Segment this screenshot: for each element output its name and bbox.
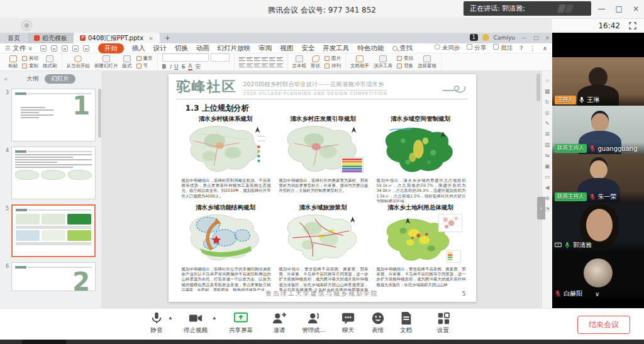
slide-thumbnail-5-selected[interactable]	[11, 204, 96, 257]
wps-tab-document[interactable]: P 0408汇报PPT.pptx ×	[74, 33, 160, 43]
rail-target-icon[interactable]: ◎	[545, 109, 549, 116]
more-icon[interactable]: ⋮	[530, 45, 536, 52]
minimize-button[interactable]: —	[598, 4, 606, 14]
selection-pane-button[interactable]: 选择窗格	[418, 55, 436, 69]
mic-options-caret[interactable]: ▲	[169, 315, 172, 319]
text-effect-button[interactable]: 安	[196, 63, 201, 71]
menu-devtools[interactable]: 开发工具	[323, 44, 349, 53]
rail-copy-icon[interactable]: ▦	[545, 88, 550, 94]
canvas-scrollbar[interactable]	[536, 74, 540, 101]
chat-button[interactable]: 聊天	[341, 311, 356, 335]
os-taskbar[interactable]	[0, 340, 644, 344]
reset-button[interactable]: 重置	[136, 55, 153, 62]
slide-thumbnail-6[interactable]: 2	[11, 262, 96, 291]
menu-view[interactable]: 视图	[280, 44, 293, 53]
doc-assistant-button[interactable]: 文档助手	[350, 55, 369, 69]
wps-tab-docer[interactable]: 稻壳模板	[28, 33, 74, 43]
textbox-button[interactable]: 文本框	[292, 55, 307, 69]
close-button[interactable]: ×	[633, 4, 639, 14]
font-name-select[interactable]	[162, 53, 209, 62]
settings-button[interactable]: 设置	[436, 311, 450, 335]
video-tile-zhuyirong[interactable]: 联席主持人 朱一荣	[552, 154, 644, 203]
rail-favorites-icon[interactable]: ☆	[545, 77, 550, 84]
presenter-tools-button[interactable]: 演示工具	[374, 55, 392, 69]
rail-history-icon[interactable]: ↻	[545, 99, 549, 105]
rail-clock-icon[interactable]: ◔	[545, 206, 549, 212]
wps-minimize-icon[interactable]: —	[521, 35, 527, 41]
bold-button[interactable]: B	[162, 64, 167, 70]
fold-ribbon-icon[interactable]: ∧	[543, 45, 547, 52]
sync-status[interactable]: 未同步	[435, 44, 460, 52]
menu-review[interactable]: 审阅	[258, 44, 272, 53]
shape-button[interactable]: 形状	[311, 55, 320, 69]
help-icon[interactable]: ?	[519, 45, 523, 52]
mute-button[interactable]: 静音 ▲	[150, 311, 164, 335]
find-button[interactable]: 查找	[397, 55, 413, 62]
video-options-caret[interactable]: ▲	[213, 315, 216, 319]
wps-close-icon[interactable]: ×	[545, 35, 550, 41]
paragraph-align-group[interactable]	[239, 57, 283, 68]
rail-image-icon[interactable]: ▣	[545, 163, 550, 169]
docs-button[interactable]: 文档	[400, 311, 413, 335]
invite-button[interactable]: 邀请	[272, 311, 287, 335]
menu-features[interactable]: 特色功能	[357, 44, 384, 53]
format-painter-button[interactable]: 格式刷	[43, 55, 57, 69]
taskbar-active-app[interactable]	[22, 340, 66, 344]
arrange-button[interactable]: 排列	[325, 63, 341, 69]
expand-list-chevron-icon[interactable]: ∨	[595, 291, 599, 297]
current-slide[interactable]: 驼峰社区 2020四校乡村联合毕业设计——云南省腾冲市清水乡 2020 VILL…	[169, 74, 476, 302]
slide-thumbnail-4[interactable]	[11, 147, 96, 199]
tab-close-icon[interactable]: ×	[148, 35, 153, 42]
strike-button[interactable]: S	[182, 64, 186, 70]
replace-button[interactable]: 替换	[397, 63, 413, 69]
new-tab-button[interactable]: +	[165, 34, 170, 42]
tab-outline[interactable]: 大纲	[26, 75, 38, 83]
menu-animation[interactable]: 动画	[196, 44, 209, 53]
rail-audio-icon[interactable]: ◀	[545, 184, 550, 191]
play-from-current-button[interactable]: 从当前开始	[67, 55, 91, 69]
menu-slideshow[interactable]: 幻灯片放映	[218, 44, 251, 53]
video-tile-guangguang[interactable]: 联席主持人 guangguang	[552, 106, 644, 154]
menu-design[interactable]: 设计	[153, 44, 167, 53]
stop-video-button[interactable]: 停止视频 ▲	[184, 311, 208, 335]
panel-collapse-icon[interactable]: «	[4, 75, 8, 82]
font-color-button[interactable]: A	[188, 63, 192, 70]
rail-chart-icon[interactable]: ▤	[545, 141, 550, 148]
underline-button[interactable]: U	[174, 64, 179, 70]
maximize-button[interactable]: □	[616, 4, 623, 14]
panel-scrollbar[interactable]	[98, 89, 101, 138]
font-size-select[interactable]	[211, 53, 230, 62]
end-meeting-button[interactable]: 结束会议	[577, 316, 630, 334]
wps-restore-icon[interactable]: □	[533, 35, 539, 41]
menu-security[interactable]: 安全	[301, 44, 314, 53]
picture-button[interactable]: 图片	[325, 55, 341, 62]
slide-thumbnail-3[interactable]: 1	[11, 89, 96, 141]
sidebar-expander[interactable]: ›	[537, 197, 545, 219]
wps-user-avatar[interactable]	[482, 34, 489, 41]
wps-tab-home[interactable]: 首页	[0, 34, 28, 43]
comment-action[interactable]: 批注	[493, 44, 513, 52]
rail-frame-icon[interactable]: ▭	[545, 174, 550, 180]
copy-button[interactable]: 复制	[22, 63, 38, 69]
italic-button[interactable]: I	[169, 64, 171, 70]
tab-slides[interactable]: 幻灯片	[45, 74, 75, 84]
cut-button[interactable]: 剪切	[22, 55, 38, 62]
video-tile-baihenyang[interactable]: 白赫阳 ∨	[552, 251, 644, 299]
fullscreen-icon[interactable]	[629, 22, 636, 30]
menu-insert[interactable]: 插入	[132, 44, 145, 53]
video-tile-wanglin[interactable]: 主持人 王琳	[552, 57, 644, 106]
share-action[interactable]: 分享	[467, 44, 486, 52]
rail-swap-icon[interactable]: ⇆	[545, 152, 549, 158]
file-menu[interactable]: ☰ 文件 ∨	[5, 44, 33, 53]
share-screen-button[interactable]: 共享屏幕	[229, 311, 253, 335]
rail-edit-icon[interactable]: ✎	[545, 120, 549, 126]
rail-grid-icon[interactable]: ⊞	[545, 131, 549, 137]
find-menu[interactable]: 查找	[392, 44, 413, 53]
video-tile-guoqingya[interactable]: 郭清雅	[552, 203, 644, 251]
wps-user-name[interactable]: Camiyu	[494, 35, 515, 41]
paste-button[interactable]: 粘贴	[8, 55, 18, 69]
manage-members-button[interactable]: 管理成...	[302, 311, 326, 335]
floating-assistant-icon[interactable]	[21, 20, 32, 31]
emoji-button[interactable]: 表情	[371, 311, 385, 335]
rail-add-icon[interactable]: ⊕	[545, 195, 549, 201]
